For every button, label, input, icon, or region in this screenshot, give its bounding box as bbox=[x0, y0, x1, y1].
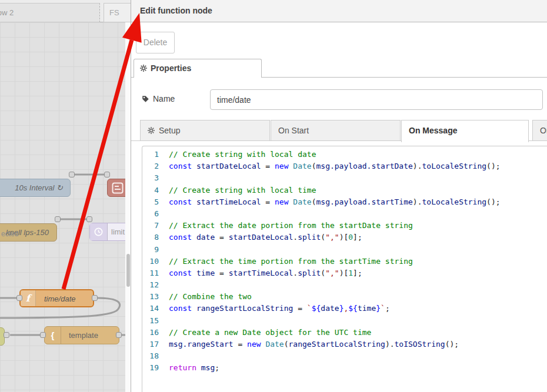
port-function-out[interactable] bbox=[92, 295, 98, 301]
flow-tab-flow-2[interactable]: Flow 2 bbox=[0, 3, 100, 22]
port-template-out[interactable] bbox=[116, 332, 122, 338]
curly-brace-icon: { bbox=[45, 327, 61, 344]
tag-icon bbox=[142, 95, 149, 103]
node-label: time/date bbox=[44, 290, 75, 307]
editor-gutter: 12345678910111213141516171819 bbox=[142, 149, 159, 374]
clock-icon bbox=[90, 223, 108, 240]
name-input[interactable] bbox=[210, 89, 543, 110]
tab-on-message[interactable]: On Message bbox=[401, 120, 529, 142]
dialog-title: Edit function node bbox=[131, 0, 547, 22]
port-file-in[interactable] bbox=[104, 172, 110, 177]
node-label: 10s Interval bbox=[15, 183, 54, 192]
flow-canvas[interactable]: Flow 2 FS 10s Interval ↻ bbox=[0, 0, 131, 392]
screenshot-root: { "canvas": { "tabs": [ { "label": "Flow… bbox=[0, 0, 547, 392]
node-label: limit bbox=[111, 223, 125, 240]
canvas-scrollbar-thumb[interactable] bbox=[126, 254, 130, 287]
port-fragment-out[interactable] bbox=[4, 332, 9, 338]
tab-on-stop[interactable]: On Stop bbox=[532, 120, 547, 141]
node-template[interactable]: { template bbox=[44, 326, 119, 344]
file-lines-icon bbox=[112, 182, 124, 194]
delete-button[interactable]: Delete bbox=[136, 32, 175, 53]
port-bucknell-out[interactable] bbox=[55, 216, 61, 222]
node-function-timedate[interactable]: f time/date bbox=[19, 289, 94, 307]
gear-icon bbox=[140, 65, 147, 72]
code-editor[interactable]: 12345678910111213141516171819 // Create … bbox=[142, 146, 547, 392]
gear-icon bbox=[148, 127, 155, 134]
port-function-in[interactable] bbox=[16, 295, 22, 301]
node-label: template bbox=[69, 327, 98, 344]
name-label: Name bbox=[142, 94, 175, 103]
function-icon: f bbox=[21, 290, 36, 306]
node-limit[interactable]: limit bbox=[89, 223, 131, 241]
flow-grid[interactable]: 10s Interval ↻ knell lps-150 ected bbox=[0, 22, 131, 392]
flow-tab-fs[interactable]: FS bbox=[104, 3, 131, 22]
flow-tab-label: Flow 2 bbox=[0, 8, 14, 17]
flow-tabbar: Flow 2 FS bbox=[0, 0, 131, 22]
port-inject-out[interactable] bbox=[69, 172, 75, 177]
canvas-scrollbar[interactable] bbox=[125, 22, 131, 392]
tab-properties[interactable]: Properties bbox=[134, 59, 262, 78]
repeat-icon: ↻ bbox=[56, 183, 63, 192]
tab-setup[interactable]: Setup bbox=[140, 120, 270, 141]
port-limit-in[interactable] bbox=[86, 216, 92, 222]
flow-tab-label: FS bbox=[109, 8, 119, 17]
tab-on-start[interactable]: On Start bbox=[271, 120, 401, 141]
node-inject[interactable]: 10s Interval ↻ bbox=[0, 179, 71, 197]
edit-function-dialog: Edit function node Delete Properties Nam… bbox=[131, 0, 547, 392]
tab-properties-label: Properties bbox=[151, 63, 191, 73]
editor-code[interactable]: // Create string with local dateconst st… bbox=[169, 149, 501, 374]
port-template-in[interactable] bbox=[40, 332, 46, 338]
node-status-text: ected bbox=[1, 230, 18, 238]
